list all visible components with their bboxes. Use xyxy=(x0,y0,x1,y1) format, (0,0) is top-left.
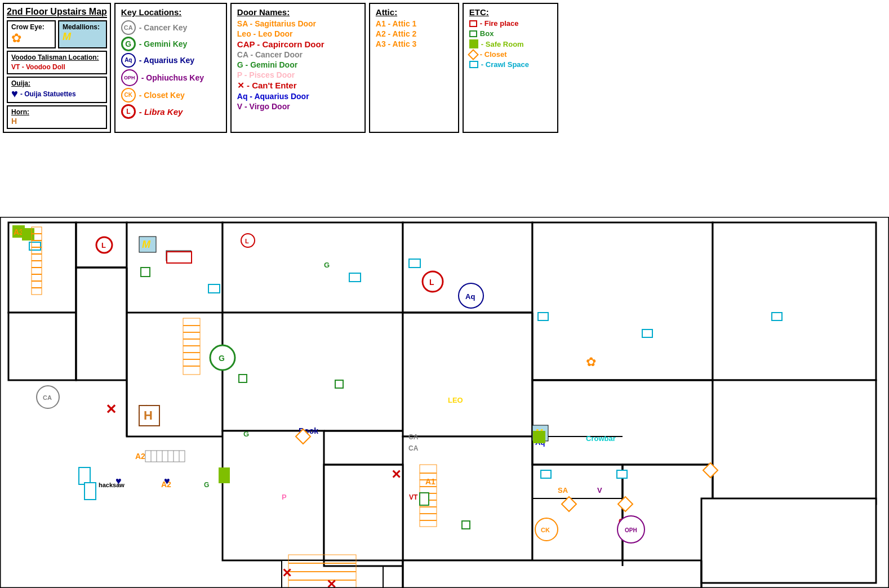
door-aq: Aq - Aquarius Door xyxy=(237,92,359,101)
door-leo: Leo - Leo Door xyxy=(237,29,359,38)
svg-rect-18 xyxy=(713,380,876,504)
svg-rect-144 xyxy=(335,380,343,388)
svg-text:L: L xyxy=(245,238,249,244)
svg-rect-7 xyxy=(223,313,403,431)
door-sa: SA - Sagittarius Door xyxy=(237,19,359,28)
svg-rect-141 xyxy=(772,313,782,320)
svg-rect-20 xyxy=(403,560,701,588)
svg-rect-139 xyxy=(541,470,551,478)
attic-a1: A1 - Attic 1 xyxy=(376,19,452,28)
etc-box: Box xyxy=(469,29,552,38)
ouija-icon: ♥ xyxy=(11,87,18,100)
door-cap: CAP - Capircorn Door xyxy=(237,39,359,49)
svg-rect-125 xyxy=(219,467,230,483)
svg-text:P: P xyxy=(282,493,287,501)
medallion-icon: M xyxy=(63,31,71,42)
etc-saferoom: - Safe Room xyxy=(469,39,552,48)
svg-text:Crowbar: Crowbar xyxy=(586,434,616,443)
ouija-label: Ouija: xyxy=(11,79,103,87)
svg-text:A2: A2 xyxy=(135,452,145,461)
door-p: P - Pisces Door xyxy=(237,70,359,79)
horn-label: Horn: xyxy=(11,108,103,116)
svg-rect-4 xyxy=(76,268,127,380)
svg-rect-13 xyxy=(532,222,713,380)
svg-rect-133 xyxy=(85,483,96,500)
voodoo-label: Voodoo Talisman Location: xyxy=(11,54,103,61)
key-g: G - Gemini Key xyxy=(121,37,220,51)
svg-rect-17 xyxy=(713,222,876,380)
map-svg: A3 A2 A2 A1 CA CA LEO CA CA SA V CAP xyxy=(0,217,889,588)
svg-rect-162 xyxy=(167,252,192,263)
voodoo-value: VT - Voodoo Doll xyxy=(11,63,65,71)
etc-title: ETC: xyxy=(469,7,552,17)
svg-rect-16 xyxy=(623,465,713,566)
svg-text:G: G xyxy=(243,430,249,438)
svg-text:♥: ♥ xyxy=(164,475,170,487)
medallions-label: Medallions: xyxy=(63,23,103,31)
svg-rect-136 xyxy=(409,259,420,268)
svg-text:VT: VT xyxy=(409,493,418,501)
crow-eye-label: Crow Eye: xyxy=(11,23,51,31)
svg-text:L: L xyxy=(101,241,106,250)
svg-text:CK: CK xyxy=(541,527,550,533)
key-locations-title: Key Locations: xyxy=(121,7,220,17)
svg-text:CA: CA xyxy=(408,444,419,452)
svg-rect-143 xyxy=(239,375,247,382)
svg-text:A1: A1 xyxy=(425,477,435,486)
svg-text:OPH: OPH xyxy=(625,527,637,533)
attic-a3: A3 - Attic 3 xyxy=(376,39,452,48)
svg-text:♥: ♥ xyxy=(115,475,122,487)
door-names-title: Door Names: xyxy=(237,7,359,17)
svg-rect-11 xyxy=(403,313,532,436)
svg-rect-138 xyxy=(642,329,652,337)
svg-rect-145 xyxy=(420,493,429,505)
svg-rect-14 xyxy=(532,380,713,465)
door-v: V - Virgo Door xyxy=(237,102,359,111)
key-l: L - Libra Key xyxy=(121,104,220,119)
svg-rect-132 xyxy=(79,467,90,484)
svg-text:✕: ✕ xyxy=(391,467,401,482)
crow-eye-icon: ✿ xyxy=(11,31,21,45)
etc-fireplace: - Fire place xyxy=(469,19,552,28)
svg-rect-2 xyxy=(8,313,76,380)
door-g: G - Gemini Door xyxy=(237,60,359,69)
horn-symbol: H xyxy=(11,117,17,126)
attic-title: Attic: xyxy=(376,7,452,17)
svg-rect-8 xyxy=(223,431,324,560)
svg-text:SA: SA xyxy=(558,486,568,495)
svg-text:G: G xyxy=(219,354,225,363)
svg-text:G: G xyxy=(204,481,209,489)
svg-text:G: G xyxy=(324,261,330,269)
map-title: 2nd Floor Upstairs Map xyxy=(7,7,107,18)
svg-rect-126 xyxy=(533,431,545,443)
svg-rect-137 xyxy=(538,313,548,320)
svg-rect-15 xyxy=(532,465,623,566)
key-oph: OPH - Ophiuchus Key xyxy=(121,69,220,86)
door-cant-enter: ✕ - Can't Enter xyxy=(237,81,359,91)
svg-text:✕: ✕ xyxy=(282,566,292,580)
key-aq: Aq - Aquarius Key xyxy=(121,53,220,68)
svg-text:L: L xyxy=(429,278,434,287)
key-ca: CA - Cancer Key xyxy=(121,20,220,35)
svg-text:✕: ✕ xyxy=(105,402,117,417)
ouija-desc: - Ouija Statuettes xyxy=(20,90,76,98)
etc-crawlspace: - Crawl Space xyxy=(469,60,552,69)
svg-text:CA: CA xyxy=(43,394,52,401)
svg-text:✕: ✕ xyxy=(326,577,336,588)
svg-rect-135 xyxy=(349,273,361,282)
key-ck: CK - Closet Key xyxy=(121,88,220,103)
map-area: A3 A2 A2 A1 CA CA LEO CA CA SA V CAP xyxy=(0,217,889,588)
svg-rect-140 xyxy=(617,470,627,478)
svg-rect-142 xyxy=(141,268,150,277)
svg-rect-69 xyxy=(29,242,41,250)
svg-text:H: H xyxy=(144,408,153,422)
svg-text:M: M xyxy=(142,239,151,250)
svg-text:CA: CA xyxy=(408,433,419,441)
door-ca: CA - Cancer Door xyxy=(237,50,359,59)
svg-text:✿: ✿ xyxy=(586,355,596,369)
svg-rect-36 xyxy=(701,498,876,583)
svg-text:Aq: Aq xyxy=(465,292,475,301)
etc-closet: - Closet xyxy=(469,50,552,59)
svg-rect-146 xyxy=(462,521,470,529)
attic-a2: A2 - Attic 2 xyxy=(376,29,452,38)
